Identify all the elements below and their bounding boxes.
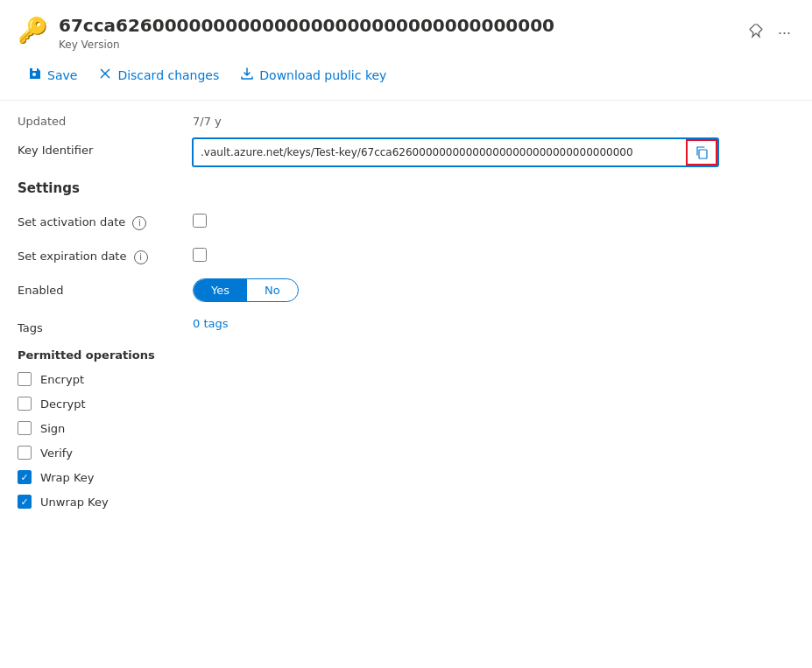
expiration-date-checkbox[interactable] bbox=[193, 248, 207, 262]
tags-link[interactable]: 0 tags bbox=[193, 317, 229, 330]
main-content: Updated 7/7 y Key Identifier Settings Se… bbox=[0, 101, 812, 537]
encrypt-label[interactable]: Encrypt bbox=[40, 373, 84, 386]
key-identifier-row: Key Identifier bbox=[18, 138, 794, 166]
settings-section-title: Settings bbox=[18, 180, 794, 196]
key-identifier-value bbox=[193, 138, 794, 166]
svg-rect-2 bbox=[699, 150, 707, 158]
save-label: Save bbox=[47, 68, 77, 82]
discard-label: Discard changes bbox=[117, 68, 219, 82]
permitted-operations-title: Permitted operations bbox=[18, 348, 794, 362]
updated-label: Updated bbox=[18, 115, 193, 128]
activation-date-checkbox-container bbox=[193, 210, 794, 230]
wrap-key-checkbox[interactable]: ✓ bbox=[18, 470, 32, 484]
page-header: 🔑 67cca626000000000000000000000000000000… bbox=[0, 0, 812, 58]
verify-checkbox[interactable] bbox=[18, 446, 32, 460]
enabled-yes-button[interactable]: Yes bbox=[194, 279, 247, 301]
enabled-toggle-container: Yes No bbox=[193, 278, 794, 302]
toolbar: Save Discard changes Download public key bbox=[0, 58, 812, 101]
wrap-key-label[interactable]: Wrap Key bbox=[40, 471, 95, 484]
download-label: Download public key bbox=[259, 68, 386, 82]
header-title-group: 67cca62600000000000000000000000000000000… bbox=[59, 14, 734, 51]
discard-button[interactable]: Discard changes bbox=[88, 61, 229, 89]
enabled-toggle[interactable]: Yes No bbox=[193, 278, 299, 302]
expiration-date-label: Set expiration date i bbox=[18, 244, 193, 264]
enabled-label: Enabled bbox=[18, 278, 193, 297]
sign-label[interactable]: Sign bbox=[40, 422, 65, 435]
tags-value: 0 tags bbox=[193, 316, 794, 330]
key-identifier-label: Key Identifier bbox=[18, 138, 193, 157]
tags-label: Tags bbox=[18, 316, 193, 334]
decrypt-row: Decrypt bbox=[18, 397, 794, 411]
enabled-no-button[interactable]: No bbox=[247, 279, 298, 301]
decrypt-label[interactable]: Decrypt bbox=[40, 397, 86, 411]
header-actions: ··· bbox=[745, 19, 794, 46]
page-title: 67cca62600000000000000000000000000000000… bbox=[59, 14, 734, 37]
copy-icon bbox=[695, 145, 709, 159]
tags-row: Tags 0 tags bbox=[18, 316, 794, 334]
permitted-operations-section: Permitted operations Encrypt Decrypt Sig… bbox=[18, 348, 794, 509]
sign-row: Sign bbox=[18, 421, 794, 435]
activation-date-info-icon[interactable]: i bbox=[132, 216, 146, 230]
unwrap-key-checkbox[interactable]: ✓ bbox=[18, 495, 32, 509]
expiration-date-info-icon[interactable]: i bbox=[134, 250, 148, 264]
activation-date-row: Set activation date i bbox=[18, 210, 794, 230]
ellipsis-icon: ··· bbox=[778, 24, 791, 41]
save-icon bbox=[28, 67, 42, 84]
encrypt-checkbox[interactable] bbox=[18, 372, 32, 386]
verify-row: Verify bbox=[18, 446, 794, 460]
activation-date-checkbox[interactable] bbox=[193, 214, 207, 228]
key-icon: 🔑 bbox=[18, 16, 48, 45]
more-options-button[interactable]: ··· bbox=[774, 20, 794, 46]
key-identifier-input[interactable] bbox=[194, 141, 686, 164]
activation-date-label: Set activation date i bbox=[18, 210, 193, 230]
copy-key-identifier-button[interactable] bbox=[686, 139, 717, 165]
key-identifier-input-container bbox=[193, 138, 718, 166]
expiration-date-checkbox-container bbox=[193, 244, 794, 264]
download-icon bbox=[240, 67, 254, 84]
unwrap-key-row: ✓ Unwrap Key bbox=[18, 495, 794, 509]
download-button[interactable]: Download public key bbox=[229, 61, 397, 89]
updated-value: 7/7 y bbox=[193, 115, 222, 128]
wrap-key-row: ✓ Wrap Key bbox=[18, 470, 794, 484]
unwrap-key-label[interactable]: Unwrap Key bbox=[40, 496, 109, 509]
page-subtitle: Key Version bbox=[59, 39, 734, 51]
updated-row: Updated 7/7 y bbox=[18, 115, 794, 128]
verify-label[interactable]: Verify bbox=[40, 447, 73, 460]
encrypt-row: Encrypt bbox=[18, 372, 794, 386]
save-button[interactable]: Save bbox=[18, 61, 88, 89]
discard-icon bbox=[98, 67, 112, 84]
enabled-row: Enabled Yes No bbox=[18, 278, 794, 302]
expiration-date-row: Set expiration date i bbox=[18, 244, 794, 264]
pin-button[interactable] bbox=[745, 19, 767, 46]
decrypt-checkbox[interactable] bbox=[18, 397, 32, 411]
sign-checkbox[interactable] bbox=[18, 421, 32, 435]
